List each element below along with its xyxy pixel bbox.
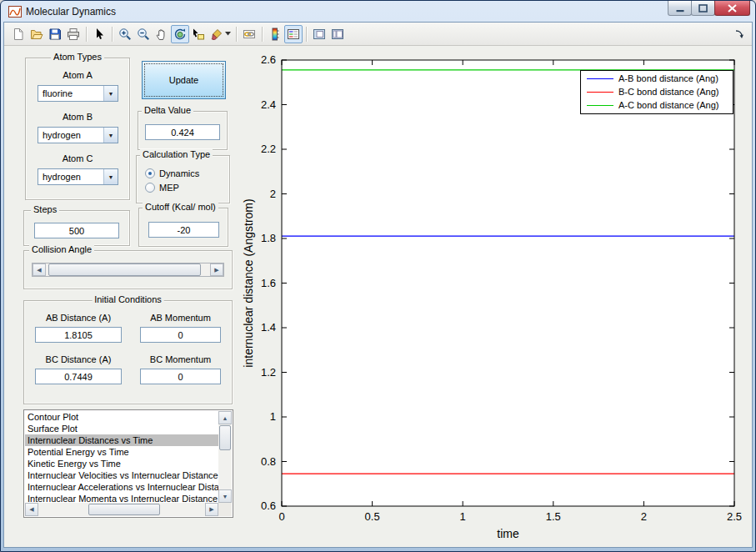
legend-line-sample	[587, 78, 613, 79]
hide-plot-tools-button[interactable]	[310, 25, 328, 43]
close-button[interactable]	[714, 1, 750, 16]
dock-figure-button[interactable]	[732, 27, 747, 42]
y-tick-label: 2.6	[261, 53, 276, 66]
steps-field[interactable]	[34, 223, 119, 238]
cutoff-field[interactable]	[148, 222, 219, 238]
slider-thumb[interactable]	[48, 263, 201, 276]
plot-type-listbox[interactable]: Contour PlotSurface PlotInternuclear Dis…	[23, 409, 233, 518]
edit-plot-button[interactable]	[90, 25, 108, 43]
plot-legend[interactable]: A-B bond distance (Ang)B-C bond distance…	[580, 70, 733, 114]
list-item[interactable]: Kinetic Energy vs Time	[25, 458, 218, 469]
delta-value-field[interactable]	[145, 124, 220, 140]
atom-c-value: hydrogen	[43, 172, 81, 182]
slider-left-arrow[interactable]: ◀	[33, 263, 46, 276]
y-tick-label: 2.4	[261, 98, 276, 111]
list-item[interactable]: Potential Energy vs Time	[25, 446, 218, 458]
save-button[interactable]	[46, 25, 64, 43]
legend-entry: A-C bond distance (Ang)	[581, 98, 733, 112]
listbox-horizontal-scrollbar[interactable]: ◀ ▶	[25, 503, 218, 516]
dock-arrow-icon	[734, 29, 744, 39]
calculation-type-panel: Calculation Type DynamicsMEP	[136, 155, 230, 203]
collision-angle-panel: Collision Angle ◀ ▶	[23, 250, 233, 289]
dropdown-arrow-icon[interactable]: ▼	[103, 169, 118, 184]
new-figure-icon	[12, 28, 25, 41]
atom-types-panel: Atom Types Atom A fluorine ▼ Atom B hydr…	[25, 58, 130, 200]
horizontal-scroll-thumb[interactable]	[88, 504, 160, 515]
legend-line-sample	[587, 105, 613, 106]
minimize-button[interactable]	[668, 1, 692, 16]
scroll-left-button[interactable]: ◀	[25, 503, 38, 516]
atom-c-dropdown[interactable]: hydrogen ▼	[38, 168, 118, 185]
radio-dynamics[interactable]: Dynamics	[145, 166, 199, 180]
list-item[interactable]: Internuclear Velocities vs Internuclear …	[25, 469, 218, 481]
zoom-out-icon	[137, 28, 150, 41]
y-tick-label: 0.8	[261, 455, 276, 468]
figure-toolbar	[4, 23, 752, 46]
panel-title: Cutoff (Kcal/ mol)	[143, 202, 218, 212]
new-figure-button[interactable]	[9, 25, 28, 43]
collision-angle-slider[interactable]: ◀ ▶	[32, 263, 224, 277]
list-item[interactable]: Surface Plot	[25, 423, 218, 434]
floppy-save-icon	[48, 28, 62, 41]
dropdown-arrow-icon[interactable]: ▼	[103, 86, 118, 101]
scrollbar-corner	[218, 503, 232, 516]
ab-distance-field[interactable]	[35, 327, 122, 343]
zoom-in-button[interactable]	[116, 25, 134, 43]
list-item[interactable]: Internuclear Distances vs Time	[25, 434, 218, 446]
scroll-right-button[interactable]: ▶	[205, 503, 218, 516]
close-icon	[728, 4, 737, 13]
panel-title: Collision Angle	[29, 244, 94, 254]
slider-right-arrow[interactable]: ▶	[210, 263, 223, 276]
list-item[interactable]: Contour Plot	[25, 411, 218, 423]
radio-mep[interactable]: MEP	[145, 180, 199, 194]
legend-entry: B-C bond distance (Ang)	[581, 85, 733, 98]
calculation-type-radios: DynamicsMEP	[145, 166, 199, 194]
plot-area: 00.511.522.50.60.811.21.41.61.822.22.42.…	[242, 46, 751, 547]
ab-momentum-field[interactable]	[140, 327, 221, 343]
bc-distance-field[interactable]	[35, 369, 122, 384]
scroll-up-button[interactable]: ▲	[218, 411, 232, 424]
brush-icon	[210, 28, 223, 41]
listbox-vertical-scrollbar[interactable]: ▲ ▼	[218, 411, 232, 503]
pan-button[interactable]	[153, 25, 171, 43]
dropdown-arrow-icon[interactable]: ▼	[103, 128, 118, 143]
zoom-out-button[interactable]	[134, 25, 153, 43]
insert-legend-button[interactable]	[284, 25, 303, 43]
scroll-down-button[interactable]: ▼	[218, 489, 232, 503]
y-tick-label: 2.2	[261, 143, 276, 155]
update-button[interactable]: Update	[142, 61, 226, 99]
x-tick-label: 2.5	[727, 510, 742, 523]
toolbar-separator	[262, 27, 263, 42]
ab-momentum-label: AB Momentum	[137, 313, 224, 323]
rotate-3d-button[interactable]	[171, 25, 189, 43]
brush-data-button[interactable]	[208, 25, 233, 43]
print-button[interactable]	[64, 25, 83, 43]
panel-title: Steps	[31, 204, 59, 214]
legend-entry: A-B bond distance (Ang)	[581, 72, 733, 85]
link-plot-button[interactable]	[240, 25, 258, 43]
panel-title: Calculation Type	[140, 149, 213, 159]
atom-a-dropdown[interactable]: fluorine ▼	[38, 85, 118, 102]
minimize-icon	[676, 4, 684, 13]
list-item[interactable]: Internuclear Momenta vs Internuclear Dis…	[25, 493, 218, 503]
title-bar[interactable]: Molecular Dynamics	[3, 1, 753, 22]
list-item[interactable]: Internuclear Accelerations vs Internucle…	[25, 481, 218, 493]
bc-momentum-field[interactable]	[140, 369, 221, 384]
y-tick-label: 1.6	[261, 277, 276, 289]
atom-a-value: fluorine	[43, 88, 73, 98]
atom-b-value: hydrogen	[43, 130, 81, 140]
insert-colorbar-button[interactable]	[266, 25, 284, 43]
plot-canvas[interactable]: 00.511.522.50.60.811.21.41.61.822.22.42.…	[242, 46, 751, 547]
data-cursor-button[interactable]	[189, 25, 208, 43]
matlab-figure-icon	[8, 6, 22, 18]
data-cursor-icon	[192, 28, 205, 41]
y-tick-label: 1	[270, 410, 276, 423]
show-plot-tools-button[interactable]	[328, 25, 347, 43]
vertical-scroll-thumb[interactable]	[219, 425, 231, 450]
y-tick-label: 1.2	[261, 366, 276, 379]
open-file-button[interactable]	[28, 25, 46, 43]
x-tick-label: 0	[278, 510, 284, 523]
x-tick-label: 2	[641, 510, 647, 523]
maximize-button[interactable]	[691, 1, 715, 16]
atom-b-dropdown[interactable]: hydrogen ▼	[38, 127, 118, 143]
